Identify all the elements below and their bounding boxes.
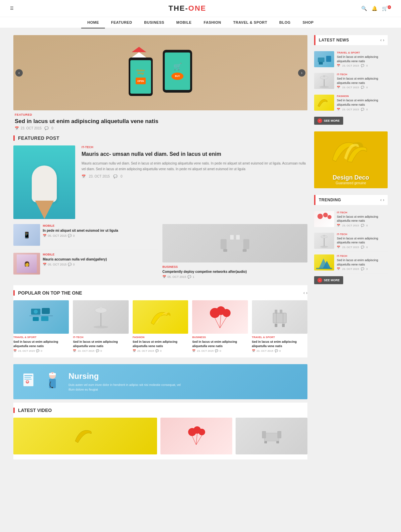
hero-meta: FEATURED Sed in lacus ut enim adipiscing… <box>13 113 307 130</box>
popular-section: POPULAR ON TOP THE ONE ‹ › <box>13 285 307 357</box>
nav-item-fashion[interactable]: FASHION <box>197 17 227 28</box>
nav-item-home[interactable]: HOME <box>81 17 105 28</box>
popular-heading: POPULAR ON TOP THE ONE <box>18 290 82 296</box>
nav-item-travel-sport[interactable]: TRAVEL & SPORT <box>227 17 273 28</box>
news-item-1: TRAVEL & SPORT Sed in lacus ut enim adip… <box>314 48 388 70</box>
sidebar: LATEST NEWS ‹ › <box>314 35 388 459</box>
small-post-3: BUSINESS Competently deploy competive ne… <box>162 224 307 279</box>
featured-main-post: IT-TECH Mauris acc- umsan nulla vel diam… <box>13 145 307 219</box>
nav-item-featured[interactable]: FEATURED <box>105 17 138 28</box>
popular-item-5-image <box>252 300 307 334</box>
popular-item-2-image <box>73 300 128 334</box>
popular-item-5-meta: 📅23. OCT 2015 💬0 <box>252 349 307 352</box>
trending-heading: TRENDING <box>319 198 341 202</box>
svg-point-45 <box>198 429 205 435</box>
ad-banana-illustration <box>326 135 376 168</box>
nursing-banner: Nursing Duis auten vel eum iriure dolor … <box>13 364 307 399</box>
trending-item-2-meta: 📅23. OCT 2015 💬0 <box>337 246 388 249</box>
nav-item-shop[interactable]: SHOP <box>297 17 320 28</box>
news-item-3-category: FASHION <box>337 95 388 98</box>
news-item-3-image <box>314 95 334 111</box>
trending-item-1-meta: 📅23. OCT 2015 💬0 <box>337 224 388 227</box>
search-icon[interactable]: 🔍 <box>361 6 367 11</box>
svg-rect-1 <box>221 239 227 249</box>
trending-next-arrow[interactable]: › <box>383 198 384 202</box>
small-post-2: 👩 MOBILE Mauris accumsan nulla vel diam(… <box>13 253 158 278</box>
popular-item-1-meta: 📅23. OCT 2015 💬0 <box>13 349 69 352</box>
latest-news-header: LATEST NEWS ‹ › <box>314 35 388 45</box>
svg-rect-32 <box>24 377 31 378</box>
trending-item-2: IT-TECH Sed in lacus ut enim adipiscing … <box>314 230 388 252</box>
main-layout: Online Shop OPEN 🛒 <box>13 35 388 459</box>
small-post-3-category: BUSINESS <box>162 265 307 269</box>
small-post-3-image <box>162 224 307 262</box>
popular-item-1: TRAVEL & SPORT Sed in lacus ut enim adip… <box>13 300 69 352</box>
nursing-title: Nursing <box>69 371 185 381</box>
trending-widget: TRENDING ‹ › <box>314 195 388 285</box>
trending-item-3-image <box>314 254 334 271</box>
svg-rect-25 <box>280 310 282 314</box>
nav-item-business[interactable]: BUSINESS <box>138 17 170 28</box>
small-posts-right: BUSINESS Competently deploy competive ne… <box>162 224 307 279</box>
news-item-1-text: Sed in lacus ut enim adipiscing aliquetu… <box>337 55 388 63</box>
news-next-arrow[interactable]: › <box>383 38 384 42</box>
news-item-2-meta: 📅23. OCT 2015 💬0 <box>337 86 388 89</box>
small-post-2-content: MOBILE Mauris accumsan nulla vel diam(ga… <box>43 253 107 266</box>
ad-banner-subtitle: Guaranteed genuine <box>332 181 369 185</box>
trending-item-2-image <box>314 233 334 249</box>
news-prev-arrow[interactable]: ‹ <box>380 38 382 42</box>
small-post-2-category: MOBILE <box>43 253 107 256</box>
popular-item-3-category: FASHION <box>133 336 188 339</box>
svg-rect-7 <box>29 315 53 316</box>
nav-item-mobile[interactable]: MOBILE <box>170 17 198 28</box>
featured-post-meta: 📅 23. OCT 2015 💬 0 <box>82 175 307 178</box>
featured-post-category: IT-TECH <box>82 145 307 149</box>
svg-rect-56 <box>319 62 323 65</box>
menu-icon[interactable]: ☰ <box>10 6 14 11</box>
svg-point-9 <box>34 310 38 314</box>
trending-prev-arrow[interactable]: ‹ <box>380 198 382 202</box>
trending-see-more-button[interactable]: › SEE MORE <box>314 276 343 284</box>
nav-item-blog[interactable]: BLOG <box>273 17 297 28</box>
popular-prev-arrow[interactable]: ‹ <box>303 291 305 295</box>
popular-grid: TRAVEL & SPORT Sed in lacus ut enim adip… <box>13 300 307 352</box>
featured-post-image <box>13 145 75 219</box>
svg-line-21 <box>220 315 221 328</box>
small-post-1-content: MOBILE In pede mi aliquet sit amet euism… <box>43 224 118 237</box>
trending-item-1-image <box>314 211 334 227</box>
news-see-more-button[interactable]: › SEE MORE <box>314 117 343 125</box>
svg-rect-2 <box>243 239 249 249</box>
popular-next-arrow[interactable]: › <box>306 291 307 295</box>
svg-point-16 <box>100 307 102 310</box>
news-item-2-image <box>314 73 334 89</box>
latest-video-section: LATEST VIDEO <box>13 403 307 459</box>
small-post-1-meta: 📅05. OCT 2015 💬0 <box>43 234 118 237</box>
svg-rect-49 <box>264 433 279 441</box>
popular-section-header: POPULAR ON TOP THE ONE ‹ › <box>13 290 307 296</box>
news-item-3: FASHION Sed in lacus ut enim adipiscing … <box>314 92 388 114</box>
trending-item-3-content: IT-TECH Sed in lacus ut enim adipiscing … <box>337 254 388 271</box>
popular-item-4-meta: 📅23. OCT 2015 💬0 <box>192 349 248 352</box>
ad-banner: Design Deco Guaranteed genuine <box>314 131 388 188</box>
svg-rect-4 <box>243 249 247 252</box>
trending-item-3-meta: 📅23. OCT 2015 💬0 <box>337 268 388 271</box>
popular-item-3-image <box>133 300 188 334</box>
trending-item-2-content: IT-TECH Sed in lacus ut enim adipiscing … <box>337 233 388 249</box>
see-more-arrow-icon: › <box>317 118 322 123</box>
cart-icon[interactable]: 🛒0 <box>382 6 391 11</box>
video-item-2 <box>160 418 232 454</box>
trending-nav-arrows: ‹ › <box>380 198 384 202</box>
slider-prev-button[interactable]: ‹ <box>15 69 23 77</box>
svg-rect-53 <box>276 441 279 443</box>
featured-section-header: FEATURED POST <box>13 135 307 141</box>
svg-line-20 <box>215 318 220 328</box>
svg-point-62 <box>323 213 328 217</box>
trending-header: TRENDING ‹ › <box>314 195 388 205</box>
popular-item-4-title: Sed in lacus ut enim adipiscing aliquetu… <box>192 340 248 348</box>
svg-point-60 <box>323 75 325 77</box>
svg-rect-40 <box>52 373 53 374</box>
hero-date: 📅 23. OCT 2015 💬 0 <box>15 126 306 130</box>
bell-icon[interactable]: 🔔 <box>372 6 377 11</box>
slider-next-button[interactable]: › <box>298 69 305 77</box>
svg-rect-55 <box>326 56 331 62</box>
